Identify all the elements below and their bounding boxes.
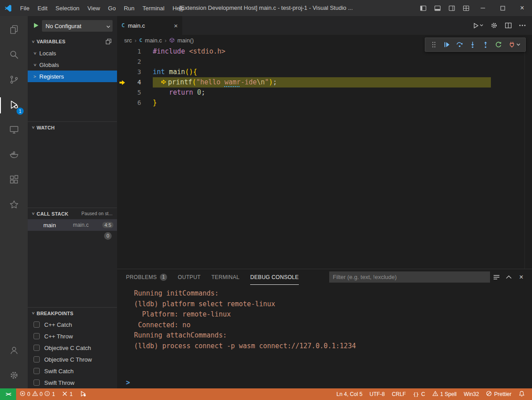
line-number[interactable]: 2 [128,57,141,67]
breakpoint-gutter[interactable] [117,46,128,57]
menu-run[interactable]: Run [120,0,138,16]
menu-selection[interactable]: Selection [51,0,83,16]
menu-help[interactable]: Help [168,0,189,16]
breakpoint-gutter[interactable] [117,57,128,67]
step-out-icon[interactable] [479,38,491,51]
breakpoint-gutter[interactable] [117,88,128,98]
activity-star[interactable] [0,193,28,218]
code-editor[interactable]: 1#include <stdio.h>23int main(){4 printf… [117,46,532,269]
problems-status[interactable]: 0 0 1 [16,388,59,400]
collapse-all-icon[interactable] [105,38,115,45]
filter-menu-icon[interactable] [490,271,503,283]
variables-item-globals[interactable]: >Globals [28,59,117,71]
breadcrumb-folder[interactable]: src [124,37,132,44]
code-text[interactable]: printf("hello wamr-ide\n"); [153,77,491,88]
breakpoint-gutter[interactable] [117,98,128,108]
line-number[interactable]: 5 [128,88,141,98]
menu-file[interactable]: File [16,0,34,16]
menu-terminal[interactable]: Terminal [138,0,168,16]
minimize-button[interactable] [473,0,493,16]
toggle-panel-icon[interactable] [430,0,444,16]
code-text[interactable]: int main(){ [153,67,491,77]
maximize-panel-icon[interactable] [503,271,515,283]
panel-tab-problems[interactable]: PROBLEMS1 [126,269,167,285]
notifications-bell[interactable] [515,388,528,400]
activity-docker[interactable] [0,143,28,168]
close-panel-icon[interactable]: × [515,271,528,283]
line-number[interactable]: 4 [128,77,141,88]
line-number[interactable]: 6 [128,98,141,108]
prettier-status[interactable]: Prettier [482,388,515,400]
platform-status[interactable]: Win32 [460,388,482,400]
close-button[interactable]: × [512,0,532,16]
checkbox-icon[interactable] [34,368,40,374]
tab-main-c[interactable]: C main.c × [117,16,182,35]
debug-console-input[interactable]: > [117,377,532,388]
spell-checker-status[interactable]: 1 Spell [429,388,461,400]
code-text[interactable] [153,57,491,67]
console-filter-input[interactable] [329,271,490,283]
variables-item-locals[interactable]: >Locals [28,47,117,59]
activity-remote-explorer[interactable] [0,118,28,143]
line-number[interactable]: 3 [128,67,141,77]
activity-run-and-debug[interactable]: 1 [0,93,28,118]
call-stack-section-header[interactable]: > CALL STACK Paused on st... [28,208,117,219]
current-line-arrow-icon[interactable] [117,77,128,88]
more-actions-icon[interactable] [519,25,526,26]
activity-extensions[interactable] [0,168,28,193]
code-text[interactable]: return 0; [153,88,491,98]
run-file-icon[interactable] [472,22,483,29]
variables-section-header[interactable]: > VARIABLES [28,36,117,47]
menu-go[interactable]: Go [104,0,120,16]
toggle-sidebar-icon[interactable] [416,0,430,16]
maximize-button[interactable] [493,0,512,16]
breakpoint-item[interactable]: Objective C Throw [28,354,117,365]
breakpoint-item[interactable]: Swift Throw [28,377,117,388]
activity-search[interactable] [0,43,28,68]
checkbox-icon[interactable] [34,345,40,351]
activity-explorer[interactable] [0,18,28,43]
call-stack-frame[interactable]: main main.c 4:5 [28,219,117,231]
step-over-icon[interactable] [453,38,465,51]
breadcrumb-symbol[interactable]: main() [177,37,194,44]
breakpoint-item[interactable]: C++ Catch [28,319,117,330]
language-mode[interactable]: {}C [410,388,429,400]
step-into-icon[interactable] [466,38,478,51]
breakpoint-item[interactable]: Objective C Catch [28,342,117,354]
checkbox-icon[interactable] [34,321,40,328]
checkbox-icon[interactable] [34,379,40,386]
split-editor-icon[interactable] [505,22,512,29]
activity-accounts[interactable] [0,338,28,363]
settings-gear-icon[interactable] [490,22,498,29]
breakpoint-item[interactable]: C++ Throw [28,330,117,342]
panel-tab-terminal[interactable]: TERMINAL [211,269,239,285]
remote-indicator[interactable]: >< [0,388,16,400]
watch-section-header[interactable]: > WATCH [28,121,117,133]
debug-status[interactable] [76,388,90,400]
cursor-position[interactable]: Ln 4, Col 5 [333,388,366,400]
activity-source-control[interactable] [0,68,28,93]
menu-view[interactable]: View [84,0,104,16]
toggle-secondary-sidebar-icon[interactable] [444,0,459,16]
line-number[interactable]: 1 [128,46,141,57]
restart-icon[interactable] [492,38,504,51]
customize-layout-icon[interactable] [459,0,473,16]
menu-edit[interactable]: Edit [34,0,51,16]
encoding-status[interactable]: UTF-8 [366,388,388,400]
close-tab-icon[interactable]: × [174,22,178,29]
panel-tab-debug-console[interactable]: DEBUG CONSOLE [250,269,299,285]
checkbox-icon[interactable] [34,333,40,339]
breakpoint-gutter[interactable] [117,67,128,77]
debug-config-dropdown[interactable]: No Configurat [42,20,113,32]
breakpoints-section-header[interactable]: > BREAKPOINTS [28,307,117,319]
disconnect-icon[interactable] [505,38,523,51]
drag-handle-icon[interactable] [427,38,440,51]
activity-settings[interactable] [0,363,28,388]
breadcrumb-file[interactable]: main.c [145,37,162,44]
eol-status[interactable]: CRLF [388,388,409,400]
panel-tab-output[interactable]: OUTPUT [178,269,201,285]
continue-icon[interactable] [440,38,452,51]
code-text[interactable]: } [153,98,491,108]
checkbox-icon[interactable] [34,356,40,362]
tools-status[interactable]: 1 [59,388,76,400]
